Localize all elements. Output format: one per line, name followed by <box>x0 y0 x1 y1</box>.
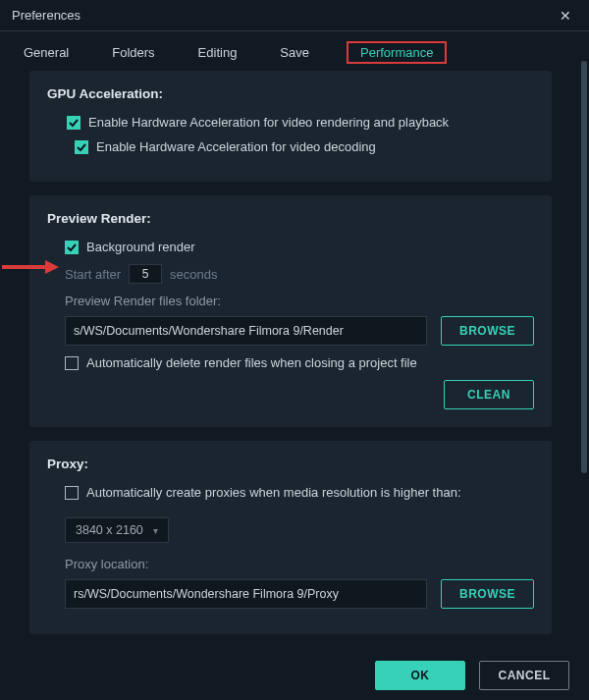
start-after-row: Start after seconds <box>65 264 534 284</box>
resolution-row: 3840 x 2160 ▾ <box>65 517 534 543</box>
clean-row: CLEAN <box>47 380 534 409</box>
resolution-select[interactable]: 3840 x 2160 ▾ <box>65 517 169 543</box>
scrollbar[interactable] <box>581 61 587 473</box>
section-gpu: GPU Acceleration: Enable Hardware Accele… <box>29 71 552 182</box>
proxy-title: Proxy: <box>47 457 534 471</box>
auto-proxy-label: Automatically create proxies when media … <box>86 485 461 500</box>
preview-title: Preview Render: <box>47 211 534 226</box>
check-icon <box>77 142 86 152</box>
proxy-browse-button[interactable]: BROWSE <box>441 579 534 609</box>
render-path-row: BROWSE <box>65 316 534 346</box>
proxy-location-label: Proxy location: <box>65 557 534 571</box>
gpu-title: GPU Acceleration: <box>47 86 534 101</box>
gpu-opt2-row: Enable Hardware Acceleration for video d… <box>75 139 534 154</box>
ok-button[interactable]: OK <box>375 661 465 690</box>
render-folder-label: Preview Render files folder: <box>65 294 534 308</box>
start-after-label: Start after <box>65 267 121 282</box>
render-browse-button[interactable]: BROWSE <box>441 316 534 346</box>
content: GPU Acceleration: Enable Hardware Accele… <box>0 61 589 651</box>
bg-render-label: Background render <box>86 240 195 254</box>
gpu-opt2-label: Enable Hardware Acceleration for video d… <box>96 139 376 154</box>
resolution-value: 3840 x 2160 <box>76 523 143 537</box>
cancel-button[interactable]: CANCEL <box>479 661 569 690</box>
bg-render-row: Background render <box>65 240 534 254</box>
auto-delete-row: Automatically delete render files when c… <box>65 355 534 370</box>
chevron-down-icon: ▾ <box>153 525 158 536</box>
bg-render-checkbox[interactable] <box>65 241 79 254</box>
close-icon[interactable]: ✕ <box>554 4 577 27</box>
section-preview: Preview Render: Background render Start … <box>29 195 552 427</box>
proxy-path-row: BROWSE <box>65 579 534 609</box>
auto-proxy-row: Automatically create proxies when media … <box>65 485 534 500</box>
section-proxy: Proxy: Automatically create proxies when… <box>29 441 552 634</box>
proxy-path-input[interactable] <box>65 579 427 609</box>
gpu-opt1-checkbox[interactable] <box>67 116 80 130</box>
gpu-opt1-label: Enable Hardware Acceleration for video r… <box>88 115 449 130</box>
titlebar: Preferences ✕ <box>0 0 589 31</box>
seconds-label: seconds <box>170 267 217 282</box>
gpu-opt2-checkbox[interactable] <box>75 140 88 154</box>
clean-button[interactable]: CLEAN <box>444 380 534 409</box>
auto-delete-checkbox[interactable] <box>65 356 79 370</box>
render-path-input[interactable] <box>65 316 427 346</box>
auto-proxy-checkbox[interactable] <box>65 486 79 500</box>
gpu-opt1-row: Enable Hardware Acceleration for video r… <box>67 115 534 130</box>
check-icon <box>67 242 77 252</box>
footer: OK CANCEL <box>0 651 589 700</box>
auto-delete-label: Automatically delete render files when c… <box>86 355 417 370</box>
window-title: Preferences <box>12 8 80 23</box>
check-icon <box>69 118 79 128</box>
start-after-input[interactable] <box>129 264 162 284</box>
